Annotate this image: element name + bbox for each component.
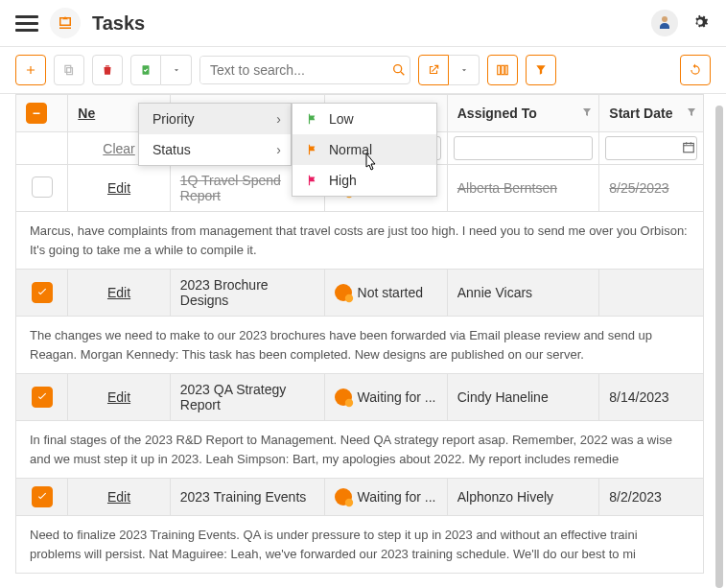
note-text: The changes we need to make to our 2023 …	[16, 317, 704, 374]
table-row[interactable]: Edit 2023 Brochure Designs Not started A…	[16, 270, 704, 317]
settings-button[interactable]	[690, 12, 711, 35]
select-all-header[interactable]	[16, 95, 68, 132]
svg-point-0	[662, 16, 667, 22]
calendar-icon[interactable]	[682, 140, 695, 156]
status-text: Waiting for ...	[358, 389, 436, 405]
subject-text: 1Q Travel Spend Report	[180, 173, 281, 203]
funnel-icon	[581, 106, 593, 121]
chevron-down-icon	[459, 65, 469, 75]
menu-priority-normal[interactable]: Normal	[293, 134, 436, 165]
note-text: Need to finalize 2023 Training Events. Q…	[16, 516, 704, 574]
delete-button[interactable]	[92, 55, 123, 85]
status-icon	[335, 284, 352, 301]
menu-priority-low[interactable]: Low	[293, 104, 436, 134]
svg-rect-2	[65, 65, 71, 72]
assigned-text: Annie Vicars	[457, 285, 532, 300]
search-icon	[391, 62, 407, 78]
refresh-button[interactable]	[680, 55, 711, 85]
plus-icon	[24, 63, 37, 77]
assigned-text: Alberta Berntsen	[457, 180, 557, 196]
note-row: Need to finalize 2023 Training Events. Q…	[16, 516, 704, 574]
note-row: The changes we need to make to our 2023 …	[16, 317, 704, 374]
note-row: In final stages of the 2023 R&D Report t…	[16, 421, 704, 479]
new-button[interactable]	[15, 55, 46, 85]
app-icon	[50, 8, 81, 38]
scrollbar[interactable]	[715, 106, 723, 588]
svg-rect-8	[34, 113, 40, 115]
assigned-text: Cindy Haneline	[457, 389, 549, 405]
filter-assigned[interactable]	[454, 136, 594, 160]
export-icon	[427, 63, 440, 77]
filter-icon	[534, 63, 548, 77]
svg-rect-1	[67, 68, 73, 75]
gear-icon	[690, 12, 711, 33]
dash-icon	[31, 107, 42, 119]
svg-point-12	[344, 399, 352, 407]
page-title: Tasks	[92, 12, 145, 35]
status-icon	[335, 388, 352, 406]
chevron-right-icon: ›	[276, 111, 281, 127]
copy-icon	[62, 63, 76, 77]
user-avatar[interactable]	[651, 10, 678, 36]
edit-link[interactable]: Edit	[107, 389, 130, 405]
columns-icon	[496, 63, 509, 77]
subject-text: 2023 QA Strategy Report	[180, 382, 287, 412]
status-icon	[335, 488, 352, 506]
copy-button[interactable]	[54, 55, 84, 85]
flag-icon	[306, 174, 319, 187]
flag-icon	[306, 112, 319, 126]
status-text: Waiting for ...	[358, 489, 436, 505]
assigned-header[interactable]: Assigned To	[447, 95, 599, 132]
date-text: 8/14/2023	[609, 389, 668, 405]
svg-point-4	[393, 65, 401, 73]
date-text: 8/2/2023	[609, 489, 662, 505]
chevron-right-icon: ›	[276, 142, 281, 157]
edit-link[interactable]: Edit	[107, 285, 130, 300]
refresh-icon	[689, 63, 702, 77]
columns-button[interactable]	[487, 55, 518, 85]
export-button[interactable]	[418, 55, 449, 85]
mark-complete-menu: Priority› Status›	[138, 103, 292, 166]
menu-priority-high[interactable]: High	[293, 165, 436, 196]
edit-link[interactable]: Edit	[107, 489, 130, 505]
chevron-down-icon	[172, 65, 181, 75]
flag-icon	[306, 143, 319, 156]
menu-hamburger[interactable]	[15, 12, 38, 35]
svg-point-13	[344, 499, 352, 506]
svg-rect-9	[684, 143, 694, 152]
menu-priority[interactable]: Priority›	[139, 104, 291, 134]
note-row: Marcus, have complaints from management …	[16, 212, 704, 270]
row-checkbox[interactable]	[32, 282, 53, 303]
svg-rect-6	[502, 65, 504, 74]
trash-icon	[101, 63, 114, 77]
note-text: In final stages of the 2023 R&D Report t…	[16, 421, 704, 479]
filter-button[interactable]	[526, 55, 556, 85]
export-dropdown[interactable]	[449, 55, 480, 85]
svg-rect-5	[498, 65, 501, 74]
row-checkbox[interactable]	[32, 486, 53, 507]
funnel-icon	[686, 106, 697, 121]
menu-status[interactable]: Status›	[139, 134, 291, 165]
mark-complete-dropdown[interactable]	[161, 55, 192, 85]
date-text: 8/25/2023	[609, 180, 668, 196]
subject-text: 2023 Brochure Designs	[180, 277, 269, 308]
priority-submenu: Low Normal High	[292, 103, 437, 197]
row-checkbox[interactable]	[32, 176, 53, 198]
row-checkbox[interactable]	[32, 387, 53, 408]
table-row[interactable]: Edit 2023 Training Events Waiting for ..…	[16, 479, 704, 516]
assigned-text: Alphonzo Hively	[457, 489, 553, 505]
table-row[interactable]: Edit 2023 QA Strategy Report Waiting for…	[16, 374, 704, 421]
subject-text: 2023 Training Events	[180, 489, 307, 505]
status-text: Not started	[358, 285, 423, 300]
note-text: Marcus, have complaints from management …	[16, 212, 704, 270]
clear-filters[interactable]: Clear	[103, 141, 134, 156]
edit-link[interactable]: Edit	[107, 180, 130, 196]
search-button[interactable]	[387, 57, 410, 83]
search-input[interactable]	[200, 57, 387, 83]
startdate-header[interactable]: Start Date	[599, 95, 704, 132]
svg-point-11	[344, 294, 352, 302]
svg-rect-7	[505, 65, 507, 74]
mark-complete-button[interactable]	[130, 55, 161, 85]
clipboard-check-icon	[139, 63, 152, 77]
